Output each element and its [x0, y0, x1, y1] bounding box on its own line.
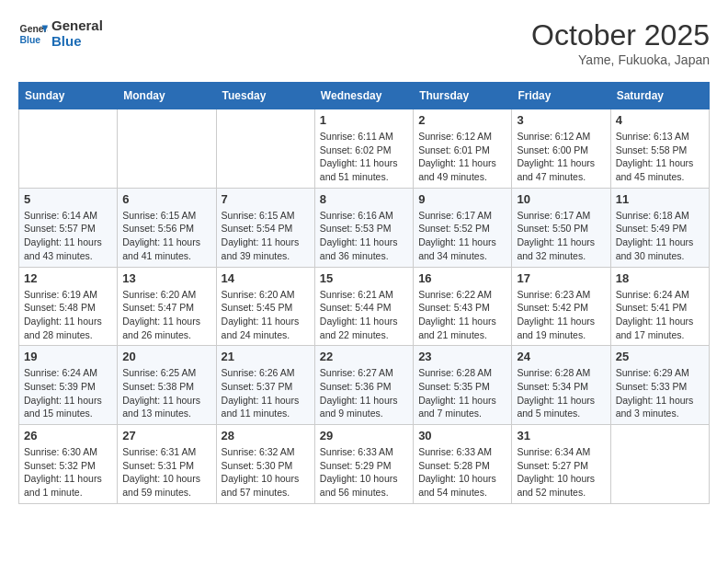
day-number: 30 — [418, 429, 506, 442]
day-number: 12 — [24, 271, 112, 285]
table-row — [216, 109, 314, 189]
day-number: 14 — [222, 271, 310, 285]
day-number: 3 — [517, 113, 605, 127]
day-info: Sunrise: 6:21 AM Sunset: 5:44 PM Dayligh… — [320, 288, 408, 342]
day-info: Sunrise: 6:32 AM Sunset: 5:30 PM Dayligh… — [222, 445, 310, 500]
calendar-header: Sunday Monday Tuesday Wednesday Thursday… — [19, 83, 710, 109]
day-info: Sunrise: 6:18 AM Sunset: 5:49 PM Dayligh… — [616, 209, 704, 263]
day-info: Sunrise: 6:19 AM Sunset: 5:48 PM Dayligh… — [24, 288, 112, 342]
day-info: Sunrise: 6:13 AM Sunset: 5:58 PM Dayligh… — [616, 130, 704, 184]
day-number: 29 — [320, 429, 408, 442]
title-block: October 2025 Yame, Fukuoka, Japan — [531, 18, 710, 67]
day-info: Sunrise: 6:28 AM Sunset: 5:34 PM Dayligh… — [517, 366, 605, 420]
page-header: General Blue General Blue October 2025 Y… — [18, 18, 710, 67]
day-info: Sunrise: 6:11 AM Sunset: 6:02 PM Dayligh… — [320, 130, 408, 184]
table-row: 14Sunrise: 6:20 AM Sunset: 5:45 PM Dayli… — [216, 267, 314, 346]
day-info: Sunrise: 6:15 AM Sunset: 5:54 PM Dayligh… — [222, 209, 310, 263]
day-info: Sunrise: 6:26 AM Sunset: 5:37 PM Dayligh… — [222, 366, 310, 420]
day-info: Sunrise: 6:25 AM Sunset: 5:38 PM Dayligh… — [122, 366, 210, 420]
day-number: 19 — [24, 350, 112, 363]
day-number: 23 — [418, 350, 506, 363]
table-row: 26Sunrise: 6:30 AM Sunset: 5:32 PM Dayli… — [19, 425, 118, 504]
day-number: 20 — [122, 350, 210, 363]
table-row — [118, 109, 216, 189]
day-info: Sunrise: 6:33 AM Sunset: 5:29 PM Dayligh… — [320, 445, 408, 500]
day-number: 9 — [418, 192, 506, 206]
day-number: 17 — [517, 271, 605, 285]
day-info: Sunrise: 6:31 AM Sunset: 5:31 PM Dayligh… — [122, 445, 210, 500]
logo: General Blue General Blue — [18, 18, 103, 49]
day-info: Sunrise: 6:28 AM Sunset: 5:35 PM Dayligh… — [418, 366, 506, 420]
table-row: 24Sunrise: 6:28 AM Sunset: 5:34 PM Dayli… — [512, 346, 610, 425]
header-monday: Monday — [118, 83, 216, 109]
table-row: 17Sunrise: 6:23 AM Sunset: 5:42 PM Dayli… — [512, 267, 610, 346]
table-row: 25Sunrise: 6:29 AM Sunset: 5:33 PM Dayli… — [610, 346, 709, 425]
day-number: 13 — [122, 271, 210, 285]
day-number: 18 — [616, 271, 704, 285]
day-number: 21 — [222, 350, 310, 363]
day-number: 22 — [320, 350, 408, 363]
day-number: 16 — [418, 271, 506, 285]
header-sunday: Sunday — [19, 83, 118, 109]
table-row: 10Sunrise: 6:17 AM Sunset: 5:50 PM Dayli… — [512, 188, 610, 267]
month-title: October 2025 — [531, 18, 710, 52]
header-tuesday: Tuesday — [216, 83, 314, 109]
day-number: 15 — [320, 271, 408, 285]
table-row — [19, 109, 118, 189]
day-number: 28 — [222, 429, 310, 442]
day-number: 25 — [616, 350, 704, 363]
day-number: 11 — [616, 192, 704, 206]
day-number: 31 — [517, 429, 605, 442]
day-number: 7 — [222, 192, 310, 206]
table-row: 23Sunrise: 6:28 AM Sunset: 5:35 PM Dayli… — [414, 346, 512, 425]
table-row: 30Sunrise: 6:33 AM Sunset: 5:28 PM Dayli… — [414, 425, 512, 504]
table-row: 18Sunrise: 6:24 AM Sunset: 5:41 PM Dayli… — [610, 267, 709, 346]
table-row: 6Sunrise: 6:15 AM Sunset: 5:56 PM Daylig… — [118, 188, 216, 267]
calendar-body: 1Sunrise: 6:11 AM Sunset: 6:02 PM Daylig… — [19, 109, 710, 504]
day-info: Sunrise: 6:33 AM Sunset: 5:28 PM Dayligh… — [418, 445, 506, 500]
table-row: 9Sunrise: 6:17 AM Sunset: 5:52 PM Daylig… — [414, 188, 512, 267]
day-info: Sunrise: 6:16 AM Sunset: 5:53 PM Dayligh… — [320, 209, 408, 263]
day-number: 4 — [616, 113, 704, 127]
table-row — [610, 425, 709, 504]
table-row: 27Sunrise: 6:31 AM Sunset: 5:31 PM Dayli… — [118, 425, 216, 504]
day-info: Sunrise: 6:27 AM Sunset: 5:36 PM Dayligh… — [320, 366, 408, 420]
table-row: 3Sunrise: 6:12 AM Sunset: 6:00 PM Daylig… — [512, 109, 610, 189]
table-row: 21Sunrise: 6:26 AM Sunset: 5:37 PM Dayli… — [216, 346, 314, 425]
table-row: 15Sunrise: 6:21 AM Sunset: 5:44 PM Dayli… — [314, 267, 413, 346]
header-saturday: Saturday — [610, 83, 709, 109]
logo-general-text: General — [51, 18, 103, 34]
table-row: 7Sunrise: 6:15 AM Sunset: 5:54 PM Daylig… — [216, 188, 314, 267]
day-info: Sunrise: 6:29 AM Sunset: 5:33 PM Dayligh… — [616, 366, 704, 420]
day-info: Sunrise: 6:22 AM Sunset: 5:43 PM Dayligh… — [418, 288, 506, 342]
day-number: 5 — [24, 192, 112, 206]
day-number: 24 — [517, 350, 605, 363]
day-number: 10 — [517, 192, 605, 206]
table-row: 22Sunrise: 6:27 AM Sunset: 5:36 PM Dayli… — [314, 346, 413, 425]
svg-text:Blue: Blue — [20, 34, 41, 44]
day-info: Sunrise: 6:14 AM Sunset: 5:57 PM Dayligh… — [24, 209, 112, 263]
day-number: 27 — [122, 429, 210, 442]
logo-icon: General Blue — [18, 19, 48, 49]
day-number: 8 — [320, 192, 408, 206]
table-row: 1Sunrise: 6:11 AM Sunset: 6:02 PM Daylig… — [314, 109, 413, 189]
day-info: Sunrise: 6:17 AM Sunset: 5:52 PM Dayligh… — [418, 209, 506, 263]
day-info: Sunrise: 6:12 AM Sunset: 6:00 PM Dayligh… — [517, 130, 605, 184]
table-row: 29Sunrise: 6:33 AM Sunset: 5:29 PM Dayli… — [314, 425, 413, 504]
calendar-table: Sunday Monday Tuesday Wednesday Thursday… — [18, 82, 710, 504]
header-friday: Friday — [512, 83, 610, 109]
table-row: 28Sunrise: 6:32 AM Sunset: 5:30 PM Dayli… — [216, 425, 314, 504]
location: Yame, Fukuoka, Japan — [531, 52, 710, 67]
table-row: 4Sunrise: 6:13 AM Sunset: 5:58 PM Daylig… — [610, 109, 709, 189]
header-wednesday: Wednesday — [314, 83, 413, 109]
day-info: Sunrise: 6:20 AM Sunset: 5:47 PM Dayligh… — [122, 288, 210, 342]
table-row: 12Sunrise: 6:19 AM Sunset: 5:48 PM Dayli… — [19, 267, 118, 346]
table-row: 20Sunrise: 6:25 AM Sunset: 5:38 PM Dayli… — [118, 346, 216, 425]
day-info: Sunrise: 6:12 AM Sunset: 6:01 PM Dayligh… — [418, 130, 506, 184]
table-row: 31Sunrise: 6:34 AM Sunset: 5:27 PM Dayli… — [512, 425, 610, 504]
table-row: 11Sunrise: 6:18 AM Sunset: 5:49 PM Dayli… — [610, 188, 709, 267]
header-thursday: Thursday — [414, 83, 512, 109]
day-number: 2 — [418, 113, 506, 127]
day-info: Sunrise: 6:34 AM Sunset: 5:27 PM Dayligh… — [517, 445, 605, 500]
table-row: 16Sunrise: 6:22 AM Sunset: 5:43 PM Dayli… — [414, 267, 512, 346]
